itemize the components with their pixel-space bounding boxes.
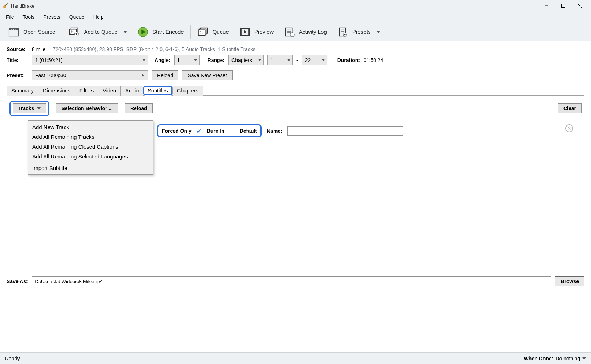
presets-label: Presets [352, 29, 371, 35]
titlebar: HandBrake [0, 0, 591, 12]
tab-bar: Summary Dimensions Filters Video Audio S… [7, 86, 584, 96]
film-clapper-icon [8, 26, 20, 38]
start-encode-button[interactable]: Start Encode [132, 24, 189, 40]
tab-summary[interactable]: Summary [7, 86, 38, 96]
source-label: Source: [7, 46, 28, 52]
svg-rect-6 [9, 30, 19, 36]
play-icon [137, 26, 149, 38]
tab-filters[interactable]: Filters [75, 86, 98, 96]
add-to-queue-button[interactable]: Add to Queue [63, 24, 132, 40]
save-as-input[interactable] [32, 276, 552, 286]
angle-value: 1 [177, 57, 180, 63]
selection-behavior-label: Selection Behavior ... [61, 106, 113, 111]
tab-dimensions[interactable]: Dimensions [38, 86, 75, 96]
chevron-down-icon [377, 31, 380, 33]
chevron-down-icon [143, 59, 145, 61]
menu-add-new-track[interactable]: Add New Track [28, 122, 153, 132]
selection-behavior-button[interactable]: Selection Behavior ... [56, 103, 118, 113]
pictures-stack-icon [197, 26, 209, 38]
tab-video[interactable]: Video [98, 86, 121, 96]
burn-in-checkbox[interactable] [196, 128, 202, 134]
menu-add-all-remaining-langs[interactable]: Add All Remaining Selected Languages [28, 152, 153, 161]
duration-label: Duration: [337, 57, 360, 63]
svg-point-0 [3, 5, 6, 8]
menu-help[interactable]: Help [89, 13, 108, 21]
preset-select[interactable]: Fast 1080p30 [32, 70, 148, 80]
svg-rect-1 [7, 3, 8, 4]
title-value: 1 (01:50:21) [35, 57, 63, 63]
source-row: Source: 8 mile 720x480 (853x480), 23.98 … [7, 46, 584, 52]
chevron-down-icon [322, 59, 325, 61]
toolbar: Open Source Add to Queue Start Encode Qu… [0, 22, 591, 41]
forced-only-label: Forced Only [162, 128, 192, 134]
document-gear-icon [337, 26, 349, 38]
svg-point-15 [71, 30, 73, 32]
title-row: Title: 1 (01:50:21) Angle: 1 Range: Chap… [7, 55, 584, 65]
range-dash: - [296, 57, 298, 63]
presets-button[interactable]: Presets [332, 24, 385, 40]
tracks-dropdown-button[interactable]: Tracks [13, 103, 46, 113]
open-source-button[interactable]: Open Source [3, 24, 60, 40]
range-type-value: Chapters [231, 57, 252, 63]
save-as-row: Save As: Browse [0, 273, 591, 290]
save-new-preset-button[interactable]: Save New Preset [182, 70, 232, 80]
chevron-down-icon [194, 59, 197, 61]
menu-add-all-remaining-tracks[interactable]: Add All Remaining Tracks [28, 132, 153, 142]
menu-file[interactable]: File [1, 13, 19, 21]
tab-chapters[interactable]: Chapters [173, 86, 203, 96]
open-source-label: Open Source [23, 29, 55, 35]
reload-preset-label: Reload [157, 73, 173, 78]
preview-label: Preview [254, 29, 274, 35]
clear-tracks-button[interactable]: Clear [558, 103, 582, 113]
range-from-value: 1 [271, 57, 274, 63]
title-select[interactable]: 1 (01:50:21) [32, 55, 148, 65]
menu-tools[interactable]: Tools [19, 13, 39, 21]
status-text: Ready [5, 356, 20, 361]
start-encode-label: Start Encode [152, 29, 184, 35]
duration-value: 01:50:24 [364, 57, 383, 63]
maximize-button[interactable] [555, 0, 571, 12]
track-name-input[interactable] [287, 126, 403, 136]
reload-tracks-button[interactable]: Reload [125, 103, 153, 113]
close-button[interactable] [571, 0, 588, 12]
source-info: 720x480 (853x480), 23.98 FPS, SDR (8-bit… [53, 46, 255, 52]
range-to-select[interactable]: 22 [302, 55, 327, 65]
queue-button[interactable]: Queue [192, 24, 234, 40]
tab-subtitles[interactable]: Subtitles [143, 86, 173, 96]
clear-tracks-label: Clear [563, 106, 576, 111]
browse-button[interactable]: Browse [555, 276, 584, 286]
when-done-label: When Done: [524, 356, 554, 361]
statusbar: Ready When Done: Do nothing [0, 352, 591, 364]
app-title: HandBrake [11, 3, 34, 9]
activity-log-button[interactable]: i Activity Log [279, 24, 332, 40]
menu-queue[interactable]: Queue [65, 13, 89, 21]
remove-track-button[interactable]: ✕ [565, 124, 573, 132]
tab-audio[interactable]: Audio [121, 86, 143, 96]
svg-rect-27 [248, 28, 249, 35]
when-done-value[interactable]: Do nothing [555, 356, 580, 361]
preview-button[interactable]: Preview [234, 24, 279, 40]
range-type-select[interactable]: Chapters [228, 55, 264, 65]
tracks-label: Tracks [18, 106, 34, 111]
browse-label: Browse [561, 278, 579, 284]
preset-row: Preset: Fast 1080p30 Reload Save New Pre… [7, 70, 584, 80]
range-from-select[interactable]: 1 [267, 55, 293, 65]
save-as-label: Save As: [7, 278, 28, 284]
angle-select[interactable]: 1 [174, 55, 200, 65]
toolbar-separator [190, 25, 191, 39]
minimize-button[interactable] [538, 0, 555, 12]
menu-presets[interactable]: Presets [39, 13, 65, 21]
chevron-down-icon [123, 31, 127, 33]
angle-label: Angle: [155, 57, 171, 63]
title-label: Title: [7, 57, 28, 63]
reload-preset-button[interactable]: Reload [152, 70, 178, 80]
range-to-value: 22 [305, 57, 311, 63]
menu-separator [30, 162, 151, 162]
menu-add-all-remaining-cc[interactable]: Add All Remaining Closed Captions [28, 142, 153, 152]
preset-label: Preset: [7, 73, 28, 78]
default-checkbox[interactable] [229, 128, 235, 134]
menu-import-subtitle[interactable]: Import Subtitle [28, 163, 153, 173]
chevron-down-icon [287, 59, 290, 61]
menubar: File Tools Presets Queue Help [0, 12, 591, 22]
svg-rect-3 [562, 4, 565, 8]
